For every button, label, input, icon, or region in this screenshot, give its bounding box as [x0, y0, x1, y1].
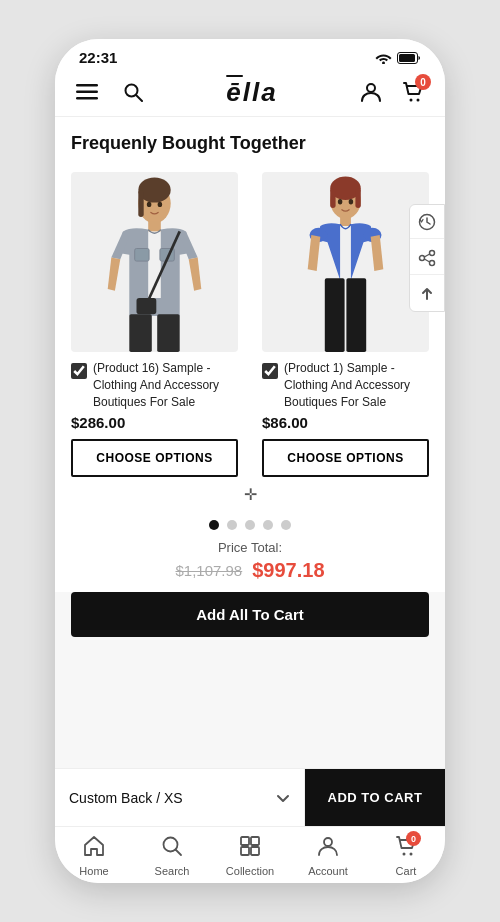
product-2-name: (Product 1) Sample - Clothing And Access…: [284, 360, 429, 410]
product-1-price: $286.00: [71, 414, 238, 431]
search-header-button[interactable]: [117, 76, 149, 108]
nav-account-label: Account: [308, 865, 348, 877]
nav-collection-label: Collection: [226, 865, 274, 877]
svg-rect-18: [157, 314, 180, 352]
header: ēlla 0: [55, 70, 445, 117]
dot-2[interactable]: [227, 520, 237, 530]
svg-point-21: [147, 202, 152, 207]
svg-rect-27: [355, 188, 360, 208]
product-2-choose-button[interactable]: CHOOSE OPTIONS: [262, 439, 429, 477]
header-left: [71, 76, 149, 108]
svg-point-47: [324, 838, 332, 846]
svg-point-38: [430, 260, 435, 265]
product-2-price: $86.00: [262, 414, 429, 431]
add-all-to-cart-button[interactable]: Add All To Cart: [71, 592, 429, 637]
cart-badge: 0: [415, 74, 431, 90]
status-time: 22:31: [79, 49, 117, 66]
nav-account[interactable]: Account: [289, 827, 367, 883]
status-icons: [375, 52, 421, 64]
product-1-name: (Product 16) Sample - Clothing And Acces…: [93, 360, 238, 410]
svg-rect-3: [76, 91, 98, 94]
custom-back-button[interactable]: Custom Back / XS: [55, 769, 305, 826]
product-1-checkbox-row: (Product 16) Sample - Clothing And Acces…: [71, 360, 238, 410]
nav-home-label: Home: [79, 865, 108, 877]
prices-row: $1,107.98 $997.18: [55, 557, 445, 592]
plus-separator: ✛: [55, 485, 445, 508]
svg-point-8: [409, 99, 412, 102]
svg-rect-20: [137, 298, 157, 314]
product-image-1: [71, 172, 238, 352]
price-total-label: Price Total:: [55, 534, 445, 557]
logo-overline: ē: [226, 77, 242, 107]
product-1-checkbox[interactable]: [71, 363, 87, 379]
svg-point-9: [416, 99, 419, 102]
nav-cart-label: Cart: [396, 865, 417, 877]
scroll-top-action-button[interactable]: [410, 277, 444, 311]
svg-rect-31: [325, 278, 345, 352]
discounted-price: $997.18: [252, 559, 324, 582]
product-2-checkbox[interactable]: [262, 363, 278, 379]
svg-rect-14: [148, 221, 161, 232]
history-action-button[interactable]: [410, 205, 444, 239]
svg-rect-13: [138, 190, 143, 217]
nav-search-label: Search: [155, 865, 190, 877]
svg-rect-26: [330, 188, 335, 208]
search-nav-icon: [161, 835, 183, 862]
product-image-2: [262, 172, 429, 352]
menu-button[interactable]: [71, 76, 103, 108]
dot-5[interactable]: [281, 520, 291, 530]
brand-logo: ēlla: [226, 77, 277, 108]
cart-nav-badge: 0: [406, 831, 421, 846]
battery-icon: [397, 52, 421, 64]
svg-point-49: [410, 853, 413, 856]
header-right: 0: [355, 76, 429, 108]
grid-icon: [239, 835, 261, 862]
svg-point-37: [420, 255, 425, 260]
svg-point-34: [349, 199, 354, 204]
dot-3[interactable]: [245, 520, 255, 530]
section-title: Frequenly Bought Together: [55, 117, 445, 164]
original-price: $1,107.98: [175, 562, 242, 579]
pagination-dots: [55, 508, 445, 534]
product-card-1: (Product 16) Sample - Clothing And Acces…: [63, 164, 246, 485]
products-row: (Product 16) Sample - Clothing And Acces…: [55, 164, 445, 485]
nav-search[interactable]: Search: [133, 827, 211, 883]
svg-rect-46: [251, 847, 259, 855]
dot-4[interactable]: [263, 520, 273, 530]
cart-nav-icon: 0: [395, 835, 417, 862]
svg-line-39: [424, 254, 429, 257]
product-2-checkbox-row: (Product 1) Sample - Clothing And Access…: [262, 360, 429, 410]
svg-rect-4: [76, 97, 98, 100]
svg-point-48: [403, 853, 406, 856]
status-bar: 22:31: [55, 39, 445, 70]
dot-1[interactable]: [209, 520, 219, 530]
side-actions: [409, 204, 445, 312]
nav-collection[interactable]: Collection: [211, 827, 289, 883]
share-action-button[interactable]: [410, 241, 444, 275]
custom-back-label: Custom Back / XS: [69, 790, 183, 806]
svg-point-7: [367, 84, 375, 92]
svg-point-33: [338, 199, 343, 204]
svg-point-22: [158, 202, 163, 207]
nav-home[interactable]: Home: [55, 827, 133, 883]
svg-rect-45: [241, 847, 249, 855]
chevron-down-icon: [276, 791, 290, 805]
bottom-action-bar: Custom Back / XS ADD TO CART: [55, 768, 445, 826]
main-content: Frequenly Bought Together: [55, 117, 445, 768]
cart-header-button[interactable]: 0: [397, 76, 429, 108]
add-to-cart-button[interactable]: ADD TO CART: [305, 769, 445, 826]
product-1-choose-button[interactable]: CHOOSE OPTIONS: [71, 439, 238, 477]
bottom-nav: Home Search Collection: [55, 826, 445, 883]
svg-rect-17: [129, 314, 152, 352]
svg-rect-1: [399, 54, 415, 62]
svg-point-36: [430, 250, 435, 255]
svg-line-40: [424, 259, 429, 262]
svg-rect-15: [135, 249, 149, 262]
account-header-button[interactable]: [355, 76, 387, 108]
svg-line-42: [176, 850, 182, 856]
svg-rect-28: [340, 217, 351, 226]
nav-cart[interactable]: 0 Cart: [367, 827, 445, 883]
svg-rect-43: [241, 837, 249, 845]
home-icon: [83, 835, 105, 862]
wifi-icon: [375, 52, 392, 64]
